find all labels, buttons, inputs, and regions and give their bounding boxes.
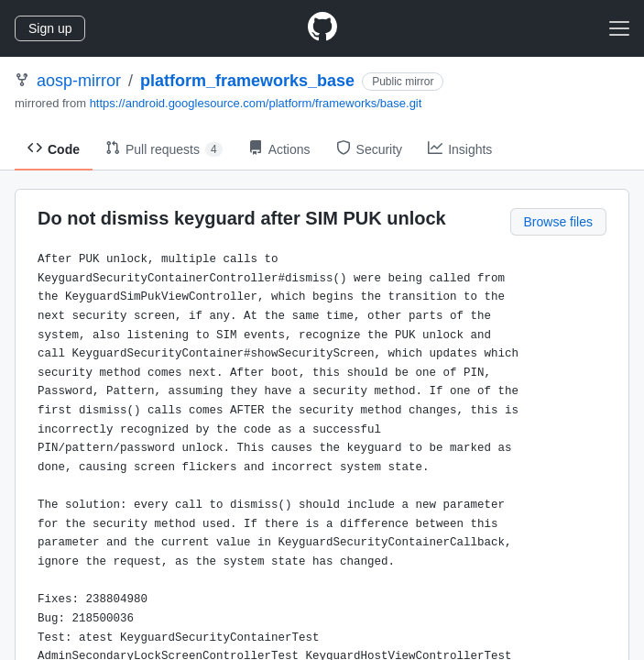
repo-org-link[interactable]: aosp-mirror — [37, 72, 121, 91]
actions-icon — [248, 140, 263, 158]
tab-insights-label: Insights — [448, 142, 492, 157]
hamburger-menu-button[interactable] — [609, 21, 629, 36]
tab-pull-requests[interactable]: Pull requests 4 — [93, 131, 235, 170]
tab-pr-count: 4 — [205, 142, 223, 157]
repo-name-link[interactable]: platform_frameworks_base — [140, 72, 355, 91]
main-content: Do not dismiss keyguard after SIM PUK un… — [0, 170, 644, 660]
pr-icon — [105, 140, 120, 158]
commit-body: After PUK unlock, multiple calls to Keyg… — [38, 250, 606, 660]
mirror-prefix: mirrored from — [15, 96, 86, 110]
github-logo — [308, 12, 337, 45]
mirror-source-link[interactable]: https://android.googlesource.com/platfor… — [90, 96, 422, 110]
repo-separator: / — [128, 72, 133, 91]
commit-card: Do not dismiss keyguard after SIM PUK un… — [15, 189, 629, 660]
repo-title-row: aosp-mirror / platform_frameworks_base P… — [15, 72, 629, 91]
repo-mirror-icon — [15, 72, 29, 91]
public-mirror-badge: Public mirror — [362, 72, 443, 91]
tab-security-label: Security — [356, 142, 403, 157]
code-icon — [27, 140, 42, 158]
tab-actions[interactable]: Actions — [235, 131, 323, 170]
tab-insights[interactable]: Insights — [415, 131, 505, 170]
browse-files-button[interactable]: Browse files — [510, 208, 606, 236]
tab-code[interactable]: Code — [15, 131, 93, 170]
mirror-link-row: mirrored from https://android.googlesour… — [15, 94, 629, 119]
tab-actions-label: Actions — [268, 142, 311, 157]
navbar-left: Sign up — [15, 16, 85, 41]
repo-tabs: Code Pull requests 4 Actions — [15, 130, 629, 170]
tab-code-label: Code — [48, 142, 80, 157]
tab-pr-label: Pull requests — [126, 142, 200, 157]
tab-security[interactable]: Security — [323, 131, 416, 170]
signup-button[interactable]: Sign up — [15, 16, 85, 41]
insights-icon — [428, 140, 442, 158]
commit-title-text: Do not dismiss keyguard after SIM PUK un… — [38, 208, 496, 229]
repo-header: aosp-mirror / platform_frameworks_base P… — [0, 57, 644, 170]
security-icon — [336, 140, 351, 158]
navbar: Sign up — [0, 0, 644, 57]
commit-title-row: Do not dismiss keyguard after SIM PUK un… — [38, 208, 606, 236]
